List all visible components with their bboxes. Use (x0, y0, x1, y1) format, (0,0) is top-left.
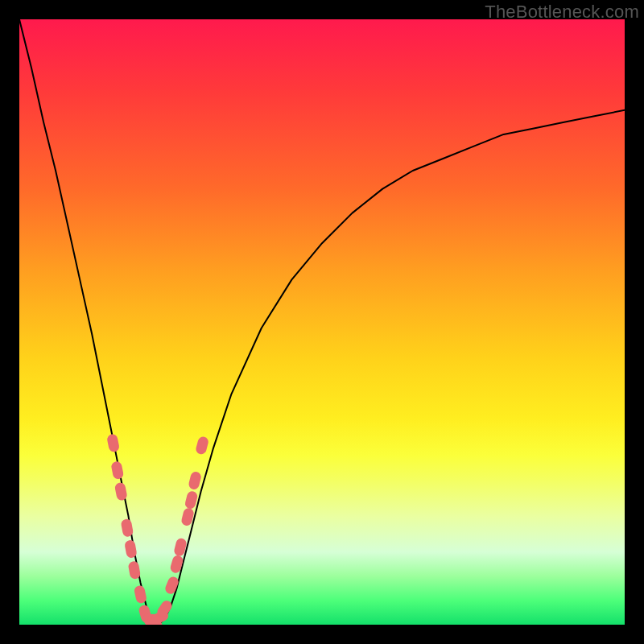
bottleneck-curve (19, 19, 625, 625)
right-branch-markers-point (188, 471, 202, 490)
svg-rect-2 (114, 482, 128, 502)
left-branch-markers-point (124, 539, 138, 559)
left-branch-markers-point (128, 560, 142, 580)
left-branch-markers-point (121, 518, 134, 538)
left-branch-markers-point (110, 460, 124, 480)
left-branch-markers-point (106, 433, 120, 452)
chart-plot-area (19, 19, 625, 625)
left-branch-markers-point (114, 482, 128, 502)
watermark-label: TheBottleneck.com (485, 2, 639, 23)
svg-rect-13 (169, 554, 184, 574)
svg-rect-0 (106, 433, 120, 452)
svg-rect-3 (121, 518, 134, 538)
svg-rect-18 (195, 436, 209, 456)
svg-rect-4 (124, 539, 138, 559)
svg-rect-5 (128, 560, 142, 580)
right-branch-markers-point (195, 436, 209, 456)
right-branch-markers-point (169, 554, 184, 574)
svg-rect-17 (188, 471, 202, 490)
svg-rect-1 (110, 460, 124, 480)
chart-frame: TheBottleneck.com (0, 0, 644, 644)
bottleneck-chart-svg (19, 19, 625, 625)
